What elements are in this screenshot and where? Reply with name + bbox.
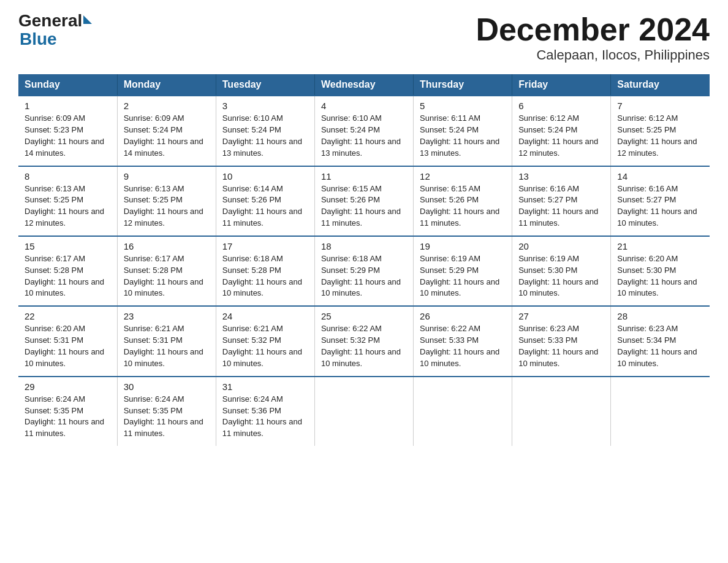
table-row: 9Sunrise: 6:13 AMSunset: 5:25 PMDaylight… [117,166,216,236]
day-number: 3 [222,101,308,111]
table-row: 13Sunrise: 6:16 AMSunset: 5:27 PMDayligh… [512,166,611,236]
day-number: 19 [420,241,506,251]
day-info: Sunrise: 6:18 AMSunset: 5:28 PMDaylight:… [222,253,308,299]
table-row: 18Sunrise: 6:18 AMSunset: 5:29 PMDayligh… [314,236,413,306]
calendar-table: Sunday Monday Tuesday Wednesday Thursday… [18,74,710,446]
day-number: 13 [518,171,604,182]
day-number: 31 [222,381,308,392]
table-row: 23Sunrise: 6:21 AMSunset: 5:31 PMDayligh… [117,306,216,376]
calendar-week-row: 29Sunrise: 6:24 AMSunset: 5:35 PMDayligh… [18,377,710,446]
day-number: 15 [25,241,111,251]
day-number: 28 [617,311,703,321]
table-row: 8Sunrise: 6:13 AMSunset: 5:25 PMDaylight… [18,166,117,236]
page-header: General Blue December 2024 Calepaan, Ilo… [18,12,710,63]
table-row: 19Sunrise: 6:19 AMSunset: 5:29 PMDayligh… [414,236,512,306]
day-info: Sunrise: 6:20 AMSunset: 5:30 PMDaylight:… [617,253,703,299]
calendar-week-row: 15Sunrise: 6:17 AMSunset: 5:28 PMDayligh… [18,236,710,306]
day-number: 5 [420,101,506,111]
table-row: 12Sunrise: 6:15 AMSunset: 5:26 PMDayligh… [414,166,512,236]
day-number: 2 [124,101,210,111]
day-info: Sunrise: 6:17 AMSunset: 5:28 PMDaylight:… [124,253,210,299]
table-row: 2Sunrise: 6:09 AMSunset: 5:24 PMDaylight… [117,96,216,166]
table-row: 26Sunrise: 6:22 AMSunset: 5:33 PMDayligh… [414,306,512,376]
logo-blue: Blue [20,29,57,49]
table-row: 1Sunrise: 6:09 AMSunset: 5:23 PMDaylight… [18,96,117,166]
table-row: 22Sunrise: 6:20 AMSunset: 5:31 PMDayligh… [18,306,117,376]
day-info: Sunrise: 6:21 AMSunset: 5:31 PMDaylight:… [124,323,210,369]
table-row: 30Sunrise: 6:24 AMSunset: 5:35 PMDayligh… [117,377,216,446]
table-row [512,377,611,446]
day-number: 30 [124,381,210,392]
day-info: Sunrise: 6:23 AMSunset: 5:34 PMDaylight:… [617,323,703,369]
col-wednesday: Wednesday [314,74,413,96]
day-number: 24 [222,311,308,321]
day-info: Sunrise: 6:24 AMSunset: 5:35 PMDaylight:… [124,394,210,440]
table-row: 27Sunrise: 6:23 AMSunset: 5:33 PMDayligh… [512,306,611,376]
day-info: Sunrise: 6:16 AMSunset: 5:27 PMDaylight:… [617,183,703,229]
table-row: 15Sunrise: 6:17 AMSunset: 5:28 PMDayligh… [18,236,117,306]
day-info: Sunrise: 6:15 AMSunset: 5:26 PMDaylight:… [420,183,506,229]
day-number: 6 [518,101,604,111]
day-info: Sunrise: 6:22 AMSunset: 5:33 PMDaylight:… [420,323,506,369]
day-info: Sunrise: 6:13 AMSunset: 5:25 PMDaylight:… [124,183,210,229]
table-row [314,377,413,446]
day-number: 21 [617,241,703,251]
logo-general: General [18,12,82,29]
day-info: Sunrise: 6:20 AMSunset: 5:31 PMDaylight:… [25,323,111,369]
table-row: 25Sunrise: 6:22 AMSunset: 5:32 PMDayligh… [314,306,413,376]
day-number: 8 [25,171,111,182]
table-row: 17Sunrise: 6:18 AMSunset: 5:28 PMDayligh… [216,236,314,306]
day-info: Sunrise: 6:13 AMSunset: 5:25 PMDaylight:… [25,183,111,229]
table-row: 31Sunrise: 6:24 AMSunset: 5:36 PMDayligh… [216,377,314,446]
calendar-week-row: 8Sunrise: 6:13 AMSunset: 5:25 PMDaylight… [18,166,710,236]
table-row: 4Sunrise: 6:10 AMSunset: 5:24 PMDaylight… [314,96,413,166]
day-info: Sunrise: 6:19 AMSunset: 5:30 PMDaylight:… [518,253,604,299]
table-row: 24Sunrise: 6:21 AMSunset: 5:32 PMDayligh… [216,306,314,376]
day-info: Sunrise: 6:17 AMSunset: 5:28 PMDaylight:… [25,253,111,299]
calendar-week-row: 22Sunrise: 6:20 AMSunset: 5:31 PMDayligh… [18,306,710,376]
table-row: 16Sunrise: 6:17 AMSunset: 5:28 PMDayligh… [117,236,216,306]
table-row: 28Sunrise: 6:23 AMSunset: 5:34 PMDayligh… [611,306,710,376]
logo: General Blue [18,12,92,49]
day-info: Sunrise: 6:10 AMSunset: 5:24 PMDaylight:… [321,113,407,159]
day-number: 4 [321,101,407,111]
day-info: Sunrise: 6:11 AMSunset: 5:24 PMDaylight:… [420,113,506,159]
table-row: 10Sunrise: 6:14 AMSunset: 5:26 PMDayligh… [216,166,314,236]
day-info: Sunrise: 6:18 AMSunset: 5:29 PMDaylight:… [321,253,407,299]
table-row: 14Sunrise: 6:16 AMSunset: 5:27 PMDayligh… [611,166,710,236]
calendar-title: December 2024 [476,12,710,47]
table-row: 6Sunrise: 6:12 AMSunset: 5:24 PMDaylight… [512,96,611,166]
day-number: 17 [222,241,308,251]
day-info: Sunrise: 6:14 AMSunset: 5:26 PMDaylight:… [222,183,308,229]
day-info: Sunrise: 6:21 AMSunset: 5:32 PMDaylight:… [222,323,308,369]
day-number: 18 [321,241,407,251]
title-block: December 2024 Calepaan, Ilocos, Philippi… [476,12,710,63]
calendar-header-row: Sunday Monday Tuesday Wednesday Thursday… [18,74,710,96]
day-info: Sunrise: 6:24 AMSunset: 5:35 PMDaylight:… [25,394,111,440]
day-info: Sunrise: 6:12 AMSunset: 5:24 PMDaylight:… [518,113,604,159]
day-number: 10 [222,171,308,182]
col-tuesday: Tuesday [216,74,314,96]
col-monday: Monday [117,74,216,96]
day-number: 12 [420,171,506,182]
day-number: 20 [518,241,604,251]
logo-arrow-icon [83,15,92,24]
table-row: 5Sunrise: 6:11 AMSunset: 5:24 PMDaylight… [414,96,512,166]
day-info: Sunrise: 6:12 AMSunset: 5:25 PMDaylight:… [617,113,703,159]
day-number: 14 [617,171,703,182]
day-info: Sunrise: 6:22 AMSunset: 5:32 PMDaylight:… [321,323,407,369]
day-info: Sunrise: 6:16 AMSunset: 5:27 PMDaylight:… [518,183,604,229]
table-row [414,377,512,446]
day-number: 11 [321,171,407,182]
day-number: 22 [25,311,111,321]
day-info: Sunrise: 6:23 AMSunset: 5:33 PMDaylight:… [518,323,604,369]
table-row [611,377,710,446]
calendar-subtitle: Calepaan, Ilocos, Philippines [476,47,710,63]
day-number: 29 [25,381,111,392]
table-row: 21Sunrise: 6:20 AMSunset: 5:30 PMDayligh… [611,236,710,306]
table-row: 3Sunrise: 6:10 AMSunset: 5:24 PMDaylight… [216,96,314,166]
day-number: 16 [124,241,210,251]
day-info: Sunrise: 6:09 AMSunset: 5:23 PMDaylight:… [25,113,111,159]
day-info: Sunrise: 6:19 AMSunset: 5:29 PMDaylight:… [420,253,506,299]
day-info: Sunrise: 6:24 AMSunset: 5:36 PMDaylight:… [222,394,308,440]
